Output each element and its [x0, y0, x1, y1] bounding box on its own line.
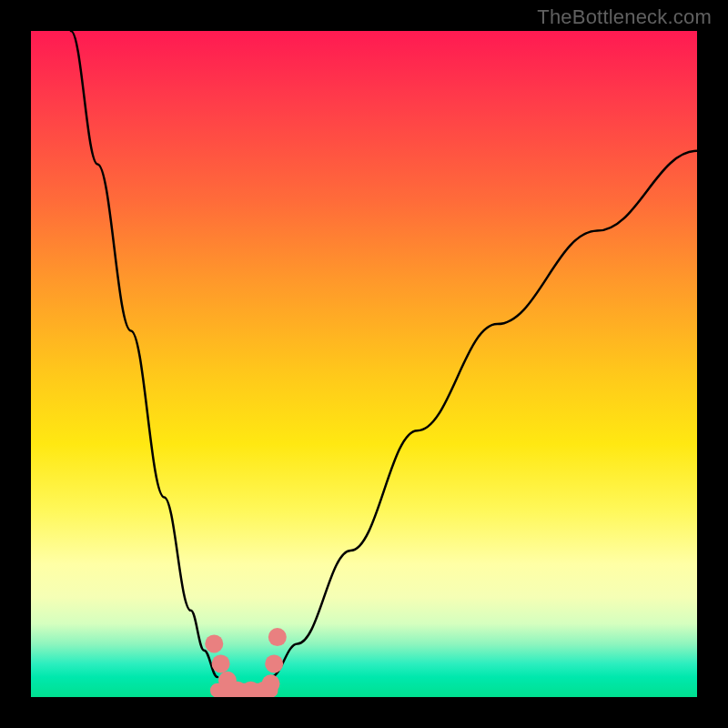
curve-left-branch: [71, 31, 217, 677]
data-marker: [268, 628, 287, 646]
data-marker: [205, 634, 223, 652]
data-marker: [265, 654, 283, 672]
data-marker: [212, 654, 230, 672]
data-marker: [262, 674, 280, 693]
curve-right-branch: [271, 151, 697, 677]
chart-svg: [31, 31, 697, 697]
plot-area: [31, 31, 697, 697]
watermark-text: TheBottleneck.com: [537, 5, 712, 29]
